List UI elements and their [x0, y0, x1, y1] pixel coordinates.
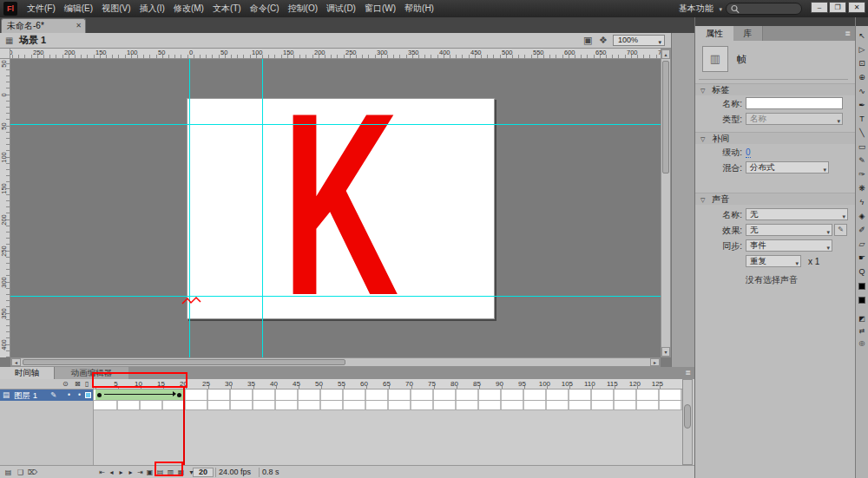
new-layer-button[interactable]: ▤ — [3, 468, 13, 477]
step-forward-button[interactable]: ▸ — [126, 468, 135, 477]
subselection-tool[interactable]: ▷ — [856, 43, 868, 56]
scroll-right-arrow[interactable]: ▸ — [650, 358, 660, 366]
menubar-menu[interactable]: 命令(C) — [246, 0, 284, 17]
lasso-tool[interactable]: ∿ — [856, 85, 868, 98]
new-folder-button[interactable]: ❑ — [16, 468, 25, 477]
paint-bucket-tool[interactable]: ◈ — [856, 210, 868, 223]
guide-horizontal[interactable] — [10, 124, 661, 125]
center-frame-button[interactable]: ▣ — [145, 468, 155, 477]
guide-horizontal[interactable] — [10, 296, 661, 297]
menubar-menu[interactable]: 帮助(H) — [400, 0, 438, 17]
layer-outline-color-swatch[interactable] — [85, 392, 91, 398]
timeline-empty-grid[interactable] — [94, 401, 682, 410]
eyedropper-tool[interactable]: ✐ — [856, 224, 868, 237]
search-input[interactable] — [726, 3, 802, 15]
selection-tool[interactable]: ↖ — [856, 29, 868, 43]
hand-tool[interactable]: ☛ — [856, 252, 868, 265]
tab-timeline[interactable]: 时间轴 — [0, 367, 54, 379]
horizontal-scrollbar-thumb[interactable] — [23, 359, 345, 365]
sound-sync-select[interactable]: 事件 ▾ — [746, 239, 832, 252]
tab-properties[interactable]: 属性 — [695, 26, 733, 41]
tab-library[interactable]: 库 — [733, 26, 763, 41]
close-icon[interactable]: ✕ — [76, 19, 82, 32]
sound-repeat-select[interactable]: 重复 ▾ — [746, 255, 801, 267]
swap-colors-button[interactable]: ⇄ — [856, 324, 868, 337]
layer-lock-dot[interactable]: • — [78, 390, 81, 399]
zoom-select[interactable]: 100% ▾ — [613, 35, 665, 46]
shape-tween-span[interactable] — [95, 390, 185, 400]
window-maximize-button[interactable]: ❐ — [829, 2, 846, 13]
scroll-left-arrow[interactable]: ◂ — [11, 358, 21, 366]
timeline-frame-grid[interactable] — [94, 390, 682, 401]
keyframe-dot[interactable] — [177, 393, 181, 397]
vertical-scrollbar-thumb[interactable] — [662, 61, 669, 174]
menubar-menu[interactable]: 调试(D) — [322, 0, 360, 17]
scroll-down-arrow[interactable]: ▾ — [661, 347, 670, 357]
vertical-scrollbar[interactable]: ▴ ▾ — [661, 49, 671, 357]
stroke-color-swatch[interactable] — [858, 283, 865, 290]
stage-letter[interactable]: K — [282, 74, 398, 334]
menubar-menu[interactable]: 窗口(W) — [360, 0, 400, 17]
modify-markers-button[interactable]: ▾ — [187, 468, 196, 477]
loop-count[interactable]: x 1 — [808, 257, 819, 266]
text-tool[interactable]: T — [856, 113, 868, 126]
layer-name[interactable]: 图层 1 — [14, 390, 37, 401]
snap-to-objects-button[interactable]: ◎ — [856, 337, 868, 350]
bone-tool[interactable]: ϟ — [856, 196, 868, 209]
ease-value[interactable]: 0 — [746, 147, 751, 158]
step-back-button[interactable]: ◂ — [107, 468, 116, 477]
sound-effect-select[interactable]: 无 ▾ — [746, 224, 832, 236]
guide-vertical[interactable] — [189, 59, 190, 357]
pasteboard[interactable]: K — [10, 59, 661, 357]
collapse-triangle-icon[interactable]: ▽ — [700, 136, 705, 142]
play-button[interactable]: ▸ — [116, 468, 126, 477]
window-minimize-button[interactable]: – — [811, 2, 828, 13]
collapse-triangle-icon[interactable]: ▽ — [700, 88, 705, 94]
edit-sound-envelope-button[interactable]: ✎ — [834, 224, 847, 236]
lock-layers-icon[interactable]: ⊠ — [75, 380, 81, 388]
menubar-menu[interactable]: 文件(F) — [23, 0, 60, 17]
eraser-tool[interactable]: ▱ — [856, 238, 868, 251]
playhead[interactable] — [183, 387, 185, 465]
free-transform-tool[interactable]: ⊡ — [856, 57, 868, 70]
panel-menu-icon[interactable]: ≣ — [685, 367, 691, 379]
rectangle-tool[interactable]: ▭ — [856, 141, 868, 154]
timeline-scrollbar-thumb[interactable] — [684, 404, 691, 429]
deco-tool[interactable]: ❋ — [856, 182, 868, 195]
edit-symbol-button[interactable]: ❖ — [599, 35, 608, 46]
fill-color-swatch[interactable] — [858, 297, 865, 304]
horizontal-scrollbar[interactable]: ◂ ▸ — [10, 357, 661, 367]
section-label[interactable]: ▽ 标签 — [695, 83, 856, 95]
frame-label-name-input[interactable] — [746, 97, 843, 109]
collapse-triangle-icon[interactable]: ▽ — [700, 197, 705, 203]
delete-layer-button[interactable]: ⌦ — [28, 468, 37, 477]
layer-visibility-dot[interactable]: • — [68, 390, 70, 399]
blend-select[interactable]: 分布式 ▾ — [746, 161, 829, 174]
menubar-menu[interactable]: 插入(I) — [135, 0, 168, 17]
document-tab[interactable]: 未命名-6* ✕ — [1, 18, 86, 33]
pencil-tool[interactable]: ✎ — [856, 154, 868, 167]
go-to-last-frame-button[interactable]: ⇥ — [135, 468, 145, 477]
scroll-up-arrow[interactable]: ▴ — [661, 49, 670, 59]
line-tool[interactable]: ╲ — [856, 127, 868, 140]
window-close-button[interactable]: ✕ — [848, 2, 865, 13]
outline-layers-icon[interactable]: ▯ — [85, 380, 89, 388]
guide-vertical[interactable] — [262, 59, 263, 357]
3d-rotation-tool[interactable]: ⊕ — [856, 71, 868, 84]
app-logo[interactable]: Fl — [3, 2, 17, 16]
brush-tool[interactable]: ✑ — [856, 168, 868, 181]
show-hide-layers-icon[interactable]: ⊙ — [62, 380, 69, 388]
section-tween[interactable]: ▽ 补间 — [695, 132, 856, 144]
workspace-switcher[interactable]: 基本功能 ▾ — [679, 0, 722, 17]
pen-tool[interactable]: ✒ — [856, 99, 868, 112]
zoom-tool[interactable]: Q — [856, 265, 868, 278]
timeline-vertical-scrollbar[interactable] — [682, 379, 693, 465]
sound-name-select[interactable]: 无 ▾ — [746, 208, 848, 220]
menubar-menu[interactable]: 编辑(E) — [60, 0, 97, 17]
menubar-menu[interactable]: 控制(O) — [284, 0, 322, 17]
menubar-menu[interactable]: 文本(T) — [208, 0, 246, 17]
section-sound[interactable]: ▽ 声音 — [695, 193, 856, 205]
go-to-first-frame-button[interactable]: ⇤ — [97, 468, 107, 477]
default-colors-button[interactable]: ◩ — [856, 312, 868, 325]
layer-row[interactable]: ▤ 图层 1 ✎ • • — [0, 390, 94, 401]
